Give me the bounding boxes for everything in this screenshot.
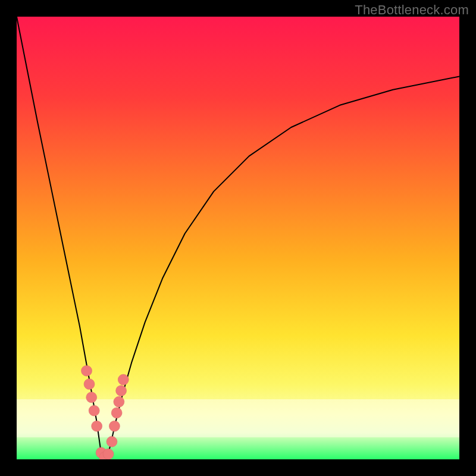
marker-dot xyxy=(89,405,99,416)
bottleneck-curve xyxy=(17,17,459,459)
plot-area xyxy=(17,17,459,459)
marker-dot xyxy=(111,408,122,418)
marker-dot xyxy=(107,436,117,447)
marker-dot xyxy=(116,386,127,396)
watermark-text: TheBottleneck.com xyxy=(355,2,469,18)
marker-dot xyxy=(82,365,92,376)
outer-frame: TheBottleneck.com xyxy=(0,0,476,476)
marker-dot xyxy=(103,449,114,459)
marker-dot xyxy=(109,421,120,431)
chart-svg xyxy=(17,17,459,459)
pale-band xyxy=(17,399,459,437)
marker-dot xyxy=(84,379,95,390)
marker-dot xyxy=(96,447,107,458)
marker-dot xyxy=(114,396,124,407)
marker-dot xyxy=(118,374,129,385)
marker-dot xyxy=(99,452,110,459)
marker-dot xyxy=(92,421,102,431)
marker-dot xyxy=(86,392,97,403)
